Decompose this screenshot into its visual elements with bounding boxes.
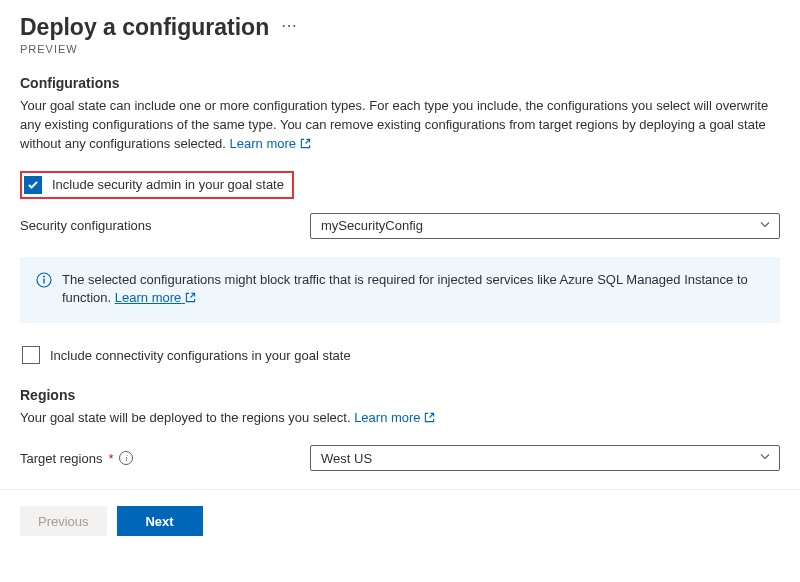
include-security-admin-checkbox[interactable] (24, 176, 42, 194)
preview-badge: PREVIEW (20, 43, 780, 55)
include-security-admin-label: Include security admin in your goal stat… (52, 177, 284, 192)
external-link-icon (424, 410, 435, 429)
configurations-heading: Configurations (20, 75, 780, 91)
previous-button[interactable]: Previous (20, 506, 107, 536)
regions-learn-more-link[interactable]: Learn more (354, 410, 435, 425)
regions-heading: Regions (20, 387, 780, 403)
info-banner-text: The selected configurations might block … (62, 271, 764, 310)
next-button[interactable]: Next (117, 506, 203, 536)
include-connectivity-checkbox[interactable] (22, 346, 40, 364)
configurations-description: Your goal state can include one or more … (20, 97, 780, 155)
banner-learn-more-link[interactable]: Learn more (115, 290, 196, 305)
target-regions-select[interactable]: West US (310, 445, 780, 471)
external-link-icon (185, 290, 196, 309)
chevron-down-icon (759, 451, 771, 466)
page-title: Deploy a configuration (20, 14, 269, 41)
configurations-learn-more-link[interactable]: Learn more (230, 136, 311, 151)
include-connectivity-label: Include connectivity configurations in y… (50, 348, 351, 363)
info-icon (36, 272, 52, 294)
security-configurations-value: mySecurityConfig (321, 218, 423, 233)
target-regions-label: Target regions (20, 451, 102, 466)
footer: Previous Next (0, 490, 800, 554)
external-link-icon (300, 136, 311, 155)
include-security-admin-checkbox-row[interactable]: Include security admin in your goal stat… (20, 171, 294, 199)
check-icon (27, 179, 39, 191)
security-configurations-select[interactable]: mySecurityConfig (310, 213, 780, 239)
svg-rect-2 (43, 278, 44, 283)
security-configurations-label: Security configurations (20, 218, 310, 233)
info-banner: The selected configurations might block … (20, 257, 780, 324)
more-icon[interactable]: ⋯ (281, 18, 297, 38)
info-icon[interactable]: i (119, 451, 133, 465)
chevron-down-icon (759, 218, 771, 233)
svg-point-1 (43, 275, 45, 277)
target-regions-value: West US (321, 451, 372, 466)
required-indicator: * (108, 451, 113, 466)
include-connectivity-checkbox-row[interactable]: Include connectivity configurations in y… (20, 343, 359, 367)
regions-description: Your goal state will be deployed to the … (20, 409, 780, 429)
